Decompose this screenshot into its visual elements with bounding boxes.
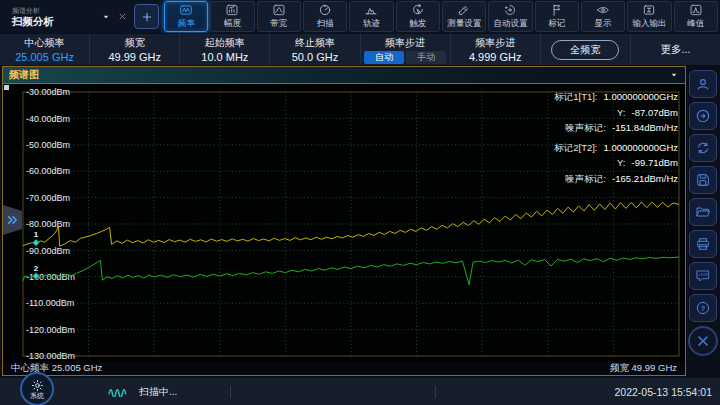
plus-icon — [140, 10, 154, 24]
chevrons-right-icon — [6, 213, 20, 227]
auto-setup-icon — [503, 3, 517, 17]
marker-readout-line: Y:-87.07dBm — [554, 105, 678, 121]
sidebar-button-clover[interactable] — [688, 326, 718, 356]
marker-readout-label: Y: — [617, 105, 625, 121]
y-axis-tick-label: -110.00dBm — [26, 298, 74, 308]
toolbar-button-display-eye[interactable]: 显示 — [581, 1, 625, 32]
measurement-tab[interactable]: 频谱分析 扫频分析 — [0, 6, 128, 27]
add-tab-button[interactable] — [134, 4, 159, 29]
tab-close-icon[interactable] — [117, 11, 128, 22]
printer-icon — [695, 236, 711, 252]
marker-readout-value: -165.21dBm/Hz — [612, 171, 678, 187]
sidebar-button-printer[interactable] — [689, 230, 717, 258]
sidebar-button-user[interactable] — [689, 70, 717, 98]
marker-readout-label: 标记1[T1]: — [554, 89, 597, 105]
y-axis-tick-label: -130.00dBm — [26, 351, 75, 361]
full-span-button[interactable]: 全频宽 — [551, 40, 619, 60]
sweep-status-text: 扫描中... — [139, 385, 177, 399]
marker-number: 1 — [34, 230, 39, 239]
spectrum-analyzer-app: 频谱分析 扫频分析 频率幅度带宽扫描轨迹触发测量设置自动设置标记显示输入输出峰值… — [0, 0, 720, 405]
frequency-icon — [179, 3, 193, 17]
toolbar-button-label: 显示 — [595, 18, 612, 30]
app-mode-label: 频谱分析 — [12, 6, 97, 15]
param-field-3-value[interactable]: 终止频率50.0 GHz — [270, 34, 360, 65]
sidebar-button-refresh[interactable] — [689, 134, 717, 162]
status-bar: 系统 扫描中... 2022-05-13 15:54:01 — [0, 378, 720, 405]
help-icon: ? — [695, 300, 711, 316]
sidebar-button-arrow-right-circle[interactable] — [689, 102, 717, 130]
auto-manual-toggle: 自动手动 — [364, 51, 446, 64]
toolbar-button-label: 扫描 — [317, 18, 334, 30]
param-value: 49.99 GHz — [108, 51, 161, 63]
sidebar-button-save[interactable] — [689, 166, 717, 194]
param-field-5-value[interactable]: 频率步进4.999 GHz — [451, 34, 541, 65]
toolbar-button-auto-setup[interactable]: 自动设置 — [488, 1, 532, 32]
toolbar-button-trigger[interactable]: 触发 — [396, 1, 440, 32]
marker-readout-value: -87.07dBm — [632, 105, 678, 121]
statusbar-separator — [435, 386, 436, 398]
peak-icon — [689, 3, 703, 17]
toolbar-button-input-output[interactable]: 输入输出 — [627, 1, 671, 32]
param-field-4-toggle[interactable]: 频率步进自动手动 — [361, 34, 451, 65]
toolbar-button-label: 输入输出 — [632, 18, 666, 30]
toolbar-button-marker-flag[interactable]: 标记 — [535, 1, 579, 32]
toggle-option-1[interactable]: 手动 — [406, 51, 446, 64]
measure-setup-icon — [457, 3, 471, 17]
param-field-7-more[interactable]: 更多... — [631, 34, 720, 65]
param-field-0-value[interactable]: 中心频率25.005 GHz — [0, 34, 90, 65]
svg-text:?: ? — [701, 304, 706, 313]
marker-readout-value: -99.71dBm — [632, 155, 678, 171]
marker-readout-line: 噪声标记:-165.21dBm/Hz — [554, 171, 678, 187]
toolbar-button-label: 峰值 — [687, 18, 704, 30]
toolbar-button-label: 自动设置 — [493, 18, 527, 30]
param-label: 终止频率 — [295, 36, 335, 50]
statusbar-separator — [230, 386, 231, 398]
param-value: 25.005 GHz — [15, 51, 74, 63]
toolbar-button-frequency[interactable]: 频率 — [164, 1, 208, 32]
y-axis-tick-label: -90.00dBm — [26, 246, 70, 256]
svg-text:+SOP: +SOP — [698, 273, 708, 277]
chart-panel-header[interactable]: 频谱图 — [3, 67, 685, 84]
display-eye-icon — [596, 3, 610, 17]
param-label: 起始频率 — [205, 36, 245, 50]
chart-title: 频谱图 — [9, 68, 39, 82]
system-button-label: 系统 — [30, 392, 44, 400]
toggle-option-0[interactable]: 自动 — [364, 51, 404, 64]
marker-flag-icon — [550, 3, 564, 17]
trigger-icon — [411, 3, 425, 17]
param-value: 4.999 GHz — [469, 51, 522, 63]
param-field-2-value[interactable]: 起始频率10.0 MHz — [180, 34, 270, 65]
system-button[interactable]: 系统 — [20, 372, 54, 405]
param-field-1-value[interactable]: 频宽49.99 GHz — [90, 34, 180, 65]
toolbar-button-amplitude[interactable]: 幅度 — [210, 1, 254, 32]
amplitude-icon — [225, 3, 239, 17]
footer-center-frequency: 中心频率 25.005 GHz — [11, 362, 102, 375]
sop-bubble-icon: +SOP — [695, 268, 711, 284]
param-field-6-pill[interactable]: 全频宽 — [541, 34, 631, 65]
tab-dropdown-caret-icon[interactable] — [101, 12, 111, 22]
toolbar-button-trace[interactable]: 轨迹 — [349, 1, 393, 32]
marker-readout-value: 1.000000000GHz — [604, 140, 678, 156]
input-output-icon — [642, 3, 656, 17]
param-value: 10.0 MHz — [201, 51, 248, 63]
save-icon — [695, 172, 711, 188]
y-axis-tick-label: -120.00dBm — [26, 325, 75, 335]
gear-icon — [31, 379, 44, 392]
marker-readout-value: 1.000000000GHz — [604, 89, 678, 105]
y-axis-tick-label: -70.00dBm — [26, 193, 70, 203]
toolbar-button-label: 触发 — [409, 18, 426, 30]
toolbar-button-sweep[interactable]: 扫描 — [303, 1, 347, 32]
toolbar-button-measure-setup[interactable]: 测量设置 — [442, 1, 486, 32]
header-caret-icon[interactable] — [669, 70, 679, 80]
sidebar-button-folder-open[interactable] — [689, 198, 717, 226]
marker-readout-value: -151.84dBm/Hz — [612, 120, 678, 136]
marker-readout: 标记1[T1]:1.000000000GHzY:-87.07dBm噪声标记:-1… — [554, 89, 678, 186]
param-label: 频率步进 — [385, 36, 425, 50]
toolbar-button-peak[interactable]: 峰值 — [674, 1, 718, 32]
sidebar-button-help[interactable]: ? — [689, 294, 717, 322]
toolbar-button-bandwidth[interactable]: 带宽 — [257, 1, 301, 32]
tab-title: 扫频分析 — [12, 15, 97, 27]
more-button[interactable]: 更多... — [661, 43, 691, 57]
marker-readout-line: 标记1[T1]:1.000000000GHz — [554, 89, 678, 105]
sidebar-button-sop-bubble[interactable]: +SOP — [689, 262, 717, 290]
